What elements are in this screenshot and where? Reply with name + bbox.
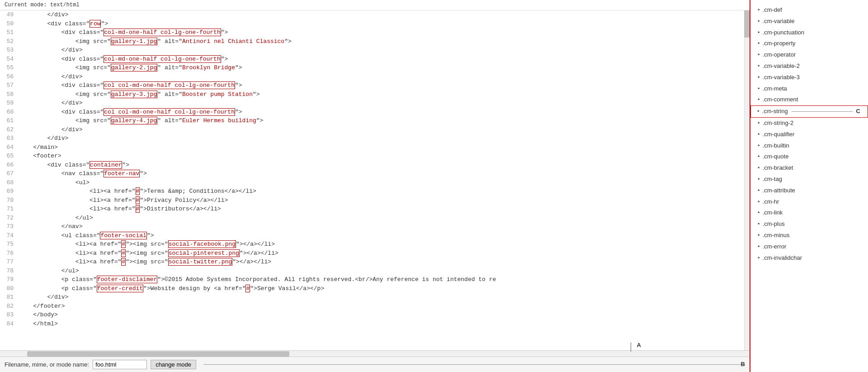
filename-label: Filename, mime, or mode name:	[5, 361, 89, 368]
table-row: 72 </ul>	[0, 214, 750, 223]
line-number: 83	[0, 310, 17, 320]
table-row: 63 </div>	[0, 134, 750, 143]
style-panel: .cm-def.cm-variable.cm-punctuation.cm-pr…	[750, 0, 868, 372]
line-number: 73	[0, 222, 17, 231]
style-list-item[interactable]: .cm-qualifier	[750, 129, 868, 140]
line-number: 63	[0, 134, 17, 143]
hscrollbar-thumb[interactable]	[27, 351, 289, 357]
style-list-item[interactable]: .cm-builtin	[750, 140, 868, 152]
line-code: </nav>	[17, 222, 750, 231]
line-number: 84	[0, 320, 17, 329]
table-row: 57 <div class="col col-md-one-half col-l…	[0, 81, 750, 90]
marker-a: A	[637, 342, 641, 348]
style-list-item[interactable]: .cm-plus	[750, 219, 868, 230]
main-container: Current mode: text/html 49 </div>50 <div…	[0, 0, 868, 372]
line-number: 51	[0, 28, 17, 37]
editor-panel: Current mode: text/html 49 </div>50 <div…	[0, 0, 750, 372]
line-code: </div>	[17, 10, 750, 19]
line-number: 67	[0, 169, 17, 178]
line-number: 62	[0, 125, 17, 134]
line-code: </div>	[17, 125, 750, 134]
change-mode-button[interactable]: change mode	[151, 360, 196, 369]
style-item-label: .cm-def	[763, 5, 782, 15]
style-list-item[interactable]: .cm-operator	[750, 49, 868, 61]
table-row: 73 </nav>	[0, 222, 750, 231]
table-row: 77 <li><a href="#"><img src="social-twit…	[0, 258, 750, 267]
table-row: 79 <p class="footer-disclaimer">©2015 Ad…	[0, 275, 750, 284]
line-number: 66	[0, 161, 17, 170]
style-item-label: .cm-quote	[763, 152, 789, 162]
style-list-item[interactable]: .cm-minus	[750, 230, 868, 241]
table-row: 49 </div>	[0, 10, 750, 19]
hscrollbar[interactable]: A	[0, 350, 750, 357]
line-code: <li><a href="#">Terms &amp; Conditions</…	[17, 187, 750, 196]
line-number: 76	[0, 249, 17, 258]
table-row: 64 </main>	[0, 143, 750, 152]
style-list-item[interactable]: .cm-punctuation	[750, 27, 868, 38]
line-code: <li><a href="#">Privacy Policy</a></li>	[17, 196, 750, 205]
line-code: <li><a href="#">Distributors</a></li>	[17, 205, 750, 214]
line-number: 64	[0, 143, 17, 152]
table-row: 66 <div class="container">	[0, 161, 750, 170]
style-item-label: .cm-link	[763, 208, 783, 218]
code-table: 49 </div>50 <div class="row">51 <div cla…	[0, 10, 750, 328]
style-list-item[interactable]: .cm-attribute	[750, 185, 868, 196]
table-row: 67 <nav class="footer-nav">	[0, 169, 750, 178]
table-row: 69 <li><a href="#">Terms &amp; Condition…	[0, 187, 750, 196]
line-number: 54	[0, 55, 17, 64]
line-code: <div class="row">	[17, 19, 750, 29]
style-list-item[interactable]: .cm-tag	[750, 174, 868, 185]
line-code: <li><a href="#"><img src="social-pintere…	[17, 249, 750, 258]
style-item-label: .cm-punctuation	[763, 28, 805, 38]
mode-text: Current mode: text/html	[5, 2, 80, 8]
line-number: 50	[0, 19, 17, 29]
style-list-item[interactable]: .cm-invalidchar	[750, 253, 868, 264]
table-row: 56 </div>	[0, 72, 750, 81]
style-list-item[interactable]: .cm-meta	[750, 83, 868, 95]
style-list-item[interactable]: .cm-comment	[750, 94, 868, 105]
line-number: 60	[0, 108, 17, 117]
style-list-item[interactable]: .cm-variable-3	[750, 72, 868, 83]
line-number: 79	[0, 275, 17, 284]
line-code: <nav class="footer-nav">	[17, 169, 750, 178]
style-list-item[interactable]: .cm-stringC	[750, 105, 868, 118]
style-list-item[interactable]: .cm-variable	[750, 16, 868, 27]
filename-input[interactable]	[93, 360, 147, 369]
line-code: </body>	[17, 310, 750, 320]
line-code: </main>	[17, 143, 750, 152]
style-item-label: .cm-comment	[763, 95, 798, 105]
style-item-label: .cm-operator	[763, 50, 796, 60]
line-number: 65	[0, 152, 17, 161]
style-list: .cm-def.cm-variable.cm-punctuation.cm-pr…	[750, 5, 868, 263]
table-row: 71 <li><a href="#">Distributors</a></li>	[0, 205, 750, 214]
style-list-item[interactable]: .cm-bracket	[750, 162, 868, 174]
marker-b: B	[741, 361, 745, 367]
style-list-item[interactable]: .cm-hr	[750, 196, 868, 208]
table-row: 81 </div>	[0, 293, 750, 302]
bottom-bar: Filename, mime, or mode name: change mod…	[0, 357, 750, 372]
style-list-item[interactable]: .cm-variable-2	[750, 61, 868, 72]
code-editor[interactable]: 49 </div>50 <div class="row">51 <div cla…	[0, 10, 750, 350]
style-item-label: .cm-qualifier	[763, 130, 795, 139]
style-item-label: .cm-variable	[763, 17, 795, 26]
line-code: <div class="container">	[17, 161, 750, 170]
table-row: 60 <div class="col col-md-one-half col-l…	[0, 108, 750, 117]
table-row: 68 <ul>	[0, 178, 750, 187]
line-code: <ul class="footer-social">	[17, 231, 750, 240]
style-list-item[interactable]: .cm-def	[750, 5, 868, 16]
line-code: </ul>	[17, 214, 750, 223]
style-list-item[interactable]: .cm-link	[750, 207, 868, 219]
style-list-item[interactable]: .cm-error	[750, 241, 868, 253]
table-row: 62 </div>	[0, 125, 750, 134]
style-list-item[interactable]: .cm-string-2	[750, 118, 868, 129]
vscrollbar-thumb[interactable]	[744, 10, 750, 38]
vscrollbar[interactable]	[744, 10, 750, 350]
line-code: <div class="col-md-one-half col-lg-one-f…	[17, 28, 750, 37]
style-list-item[interactable]: .cm-property	[750, 38, 868, 49]
table-row: 51 <div class="col-md-one-half col-lg-on…	[0, 28, 750, 37]
line-number: 49	[0, 10, 17, 19]
table-row: 58 <img src="gallery-3.jpg" alt="Booster…	[0, 90, 750, 99]
line-number: 74	[0, 231, 17, 240]
style-list-item[interactable]: .cm-quote	[750, 151, 868, 162]
line-number: 71	[0, 205, 17, 214]
